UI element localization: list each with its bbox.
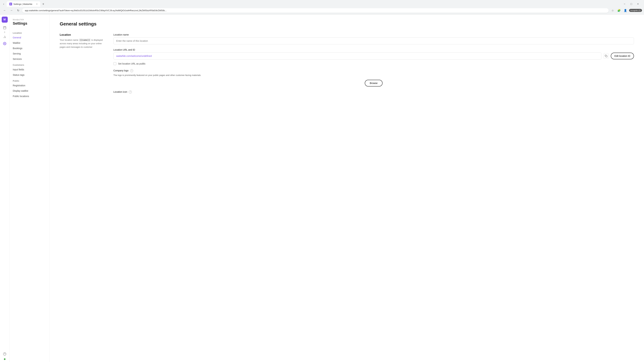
section-description: Location Your location name {{name}} is … (60, 33, 107, 95)
close-window-button[interactable]: × (635, 1, 641, 7)
tab-close-button[interactable]: × (36, 3, 38, 5)
tab-title: Settings | Waitwhile (14, 3, 35, 5)
copy-url-button[interactable] (604, 53, 609, 59)
sidebar-item-display-waitlist[interactable]: Display waitlist (10, 88, 50, 93)
location-settings-section: Location Your location name {{name}} is … (60, 33, 634, 95)
maximize-button[interactable]: □ (628, 1, 634, 7)
svg-rect-0 (3, 26, 6, 29)
location-name-label: Location name (113, 33, 634, 36)
section-title: Location (60, 33, 107, 36)
sidebar: Moodjoy7434 Settings Location General Wa… (10, 14, 50, 362)
page-title: General settings (60, 21, 634, 27)
set-public-row[interactable]: Set location URL as public (113, 62, 634, 65)
url-label: Location URL and ID (113, 48, 634, 51)
section-desc-text: Your location name {{name}} is displayed… (60, 38, 107, 49)
calendar-count: 0 (4, 31, 5, 33)
set-public-label: Set location URL as public (118, 62, 146, 65)
address-bar: ← → ↻ ☆ 🧩 👤 Incognito (2) (0, 7, 644, 14)
browser-actions: ☆ 🧩 👤 Incognito (2) (610, 8, 642, 13)
incognito-badge: Incognito (2) (629, 9, 642, 12)
sidebar-item-bookings[interactable]: Bookings (10, 45, 50, 51)
chart-icon[interactable] (2, 34, 8, 40)
sidebar-item-services[interactable]: Services (10, 56, 50, 62)
reload-button[interactable]: ↻ (16, 8, 21, 13)
company-logo-help-icon[interactable]: ? (130, 69, 133, 72)
icon-rail: M 0 (0, 14, 10, 362)
svg-rect-10 (606, 56, 607, 57)
tab-favicon: M (10, 3, 12, 5)
edit-location-id-button[interactable]: Edit location ID (611, 53, 634, 59)
sidebar-item-public-locations[interactable]: Public locations (10, 93, 50, 99)
sidebar-section-public: Public (10, 78, 50, 83)
bookmark-button[interactable]: ☆ (610, 8, 615, 13)
online-indicator (4, 358, 6, 360)
address-input[interactable] (22, 8, 608, 13)
company-logo-label: Company logo ? (113, 69, 634, 72)
location-icon-label: Location icon ? (113, 90, 634, 93)
sidebar-item-status-tags[interactable]: Status tags (10, 72, 50, 78)
url-display: waitwhile.com/welcome/undefined (113, 52, 602, 59)
url-field: Location URL and ID waitwhile.com/welcom… (113, 48, 634, 59)
url-row: waitwhile.com/welcome/undefined Edit loc… (113, 52, 634, 59)
app-layout: M 0 (0, 14, 644, 362)
help-icon[interactable] (2, 351, 8, 357)
sidebar-item-general[interactable]: General (10, 35, 50, 40)
extensions-button[interactable]: 🧩 (616, 8, 622, 13)
sidebar-section-customers: Customers (10, 62, 50, 67)
new-tab-button[interactable]: + (41, 2, 46, 6)
sidebar-item-registration[interactable]: Registration (10, 83, 50, 88)
sidebar-item-input-fields[interactable]: Input fields (10, 67, 50, 72)
browse-button[interactable]: Browse (365, 80, 383, 86)
location-icon-help-icon[interactable]: ? (129, 90, 132, 93)
svg-point-7 (4, 43, 5, 44)
location-name-input[interactable] (113, 37, 634, 44)
forward-button[interactable]: → (9, 8, 14, 13)
sidebar-title: Settings (10, 21, 50, 30)
profile-button[interactable]: 👤 (623, 8, 628, 13)
company-logo-section: Company logo ? The logo is prominently f… (113, 69, 634, 86)
settings-icon[interactable] (2, 40, 8, 46)
browser-chrome: ‹ M Settings | Waitwhile × + − □ × ← → ↻… (0, 0, 644, 14)
avatar[interactable]: M (2, 16, 8, 23)
url-value: waitwhile.com/welcome/undefined (116, 55, 152, 57)
location-icon-section: Location icon ? (113, 90, 634, 93)
sidebar-username: Moodjoy7434 (10, 18, 50, 21)
sidebar-item-waitlist[interactable]: Waitlist (10, 40, 50, 45)
tab-scroll-prev[interactable]: ‹ (1, 2, 6, 6)
calendar-icon[interactable] (2, 25, 8, 31)
set-public-checkbox[interactable] (113, 62, 116, 65)
back-button[interactable]: ← (2, 8, 8, 13)
tab-bar: ‹ M Settings | Waitwhile × + − □ × (0, 0, 644, 7)
sidebar-section-location: Location (10, 30, 50, 35)
main-content: General settings Location Your location … (50, 14, 644, 362)
section-fields: Location name Location URL and ID waitwh… (113, 33, 634, 95)
active-tab[interactable]: M Settings | Waitwhile × (7, 1, 40, 7)
minimize-button[interactable]: − (622, 1, 627, 7)
logo-description: The logo is prominently featured on your… (113, 73, 634, 77)
sidebar-item-serving[interactable]: Serving (10, 51, 50, 56)
